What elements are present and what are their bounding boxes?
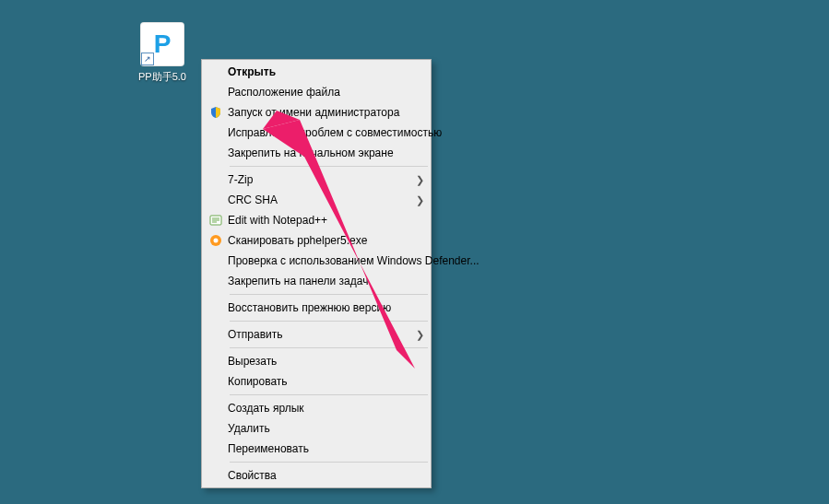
menu-item-label: Удалить [228,423,429,434]
menu-item[interactable]: Восстановить прежнюю версию [204,298,429,318]
menu-item-label: Отправить [228,329,410,340]
menu-item-label: Закрепить на панели задач [228,275,429,287]
desktop-shortcut-label: PP助手5.0 [136,70,188,84]
submenu-arrow-icon: ❯ [410,194,429,206]
menu-item[interactable]: Удалить [204,418,429,439]
menu-item[interactable]: Создать ярлык [204,398,429,418]
notepadpp-icon [204,214,228,227]
menu-item[interactable]: Закрепить на панели задач [204,271,429,291]
menu-item[interactable]: Вырезать [204,351,429,371]
menu-item[interactable]: CRC SHA❯ [204,190,429,210]
menu-separator [230,321,428,322]
menu-item-label: Исправление проблем с совместимостью [228,127,442,138]
menu-item-label: Переименовать [228,443,429,454]
menu-item-label: Копировать [228,376,429,387]
menu-item[interactable]: Свойства [204,465,429,486]
menu-item-label: 7-Zip [228,174,410,185]
menu-item[interactable]: Отправить❯ [204,324,429,345]
menu-item[interactable]: Копировать [204,371,429,392]
menu-item-label: Запуск от имени администратора [228,107,429,118]
menu-separator [230,166,428,167]
menu-separator [230,294,428,295]
menu-item-label: Создать ярлык [228,403,429,414]
app-icon: P ↗ [140,22,184,66]
menu-item-label: Проверка с использованием Windows Defend… [228,255,480,266]
menu-item-label: Закрепить на начальном экране [228,147,429,158]
menu-item[interactable]: Запуск от имени администратора [204,102,429,123]
menu-item[interactable]: Расположение файла [204,82,429,102]
shield-icon [204,106,228,119]
svg-point-2 [214,239,219,243]
menu-item[interactable]: Edit with Notepad++ [204,210,429,230]
submenu-arrow-icon: ❯ [410,174,429,186]
menu-item[interactable]: 7-Zip❯ [204,170,429,190]
menu-item-label: Сканировать pphelper5.exe [228,235,429,246]
menu-item-label: Открыть [228,66,429,77]
menu-separator [230,394,428,395]
shortcut-arrow-icon: ↗ [141,53,154,65]
menu-item[interactable]: Исправление проблем с совместимостью [204,123,429,143]
submenu-arrow-icon: ❯ [410,329,429,341]
context-menu: ОткрытьРасположение файлаЗапуск от имени… [201,59,432,488]
avast-icon [204,234,228,247]
menu-item[interactable]: Закрепить на начальном экране [204,143,429,163]
menu-item-label: Edit with Notepad++ [228,215,429,226]
menu-item[interactable]: Сканировать pphelper5.exe [204,230,429,251]
menu-item[interactable]: Переименовать [204,439,429,459]
menu-item[interactable]: Проверка с использованием Windows Defend… [204,251,429,271]
menu-item[interactable]: Открыть [204,62,429,82]
app-glyph: P [154,29,172,59]
menu-separator [230,347,428,348]
menu-item-label: CRC SHA [228,194,410,205]
menu-item-label: Свойства [228,470,429,481]
menu-separator [230,462,428,463]
desktop-shortcut[interactable]: P ↗ PP助手5.0 [136,22,188,84]
menu-item-label: Восстановить прежнюю версию [228,302,429,313]
menu-item-label: Расположение файла [228,87,429,98]
menu-item-label: Вырезать [228,356,429,367]
